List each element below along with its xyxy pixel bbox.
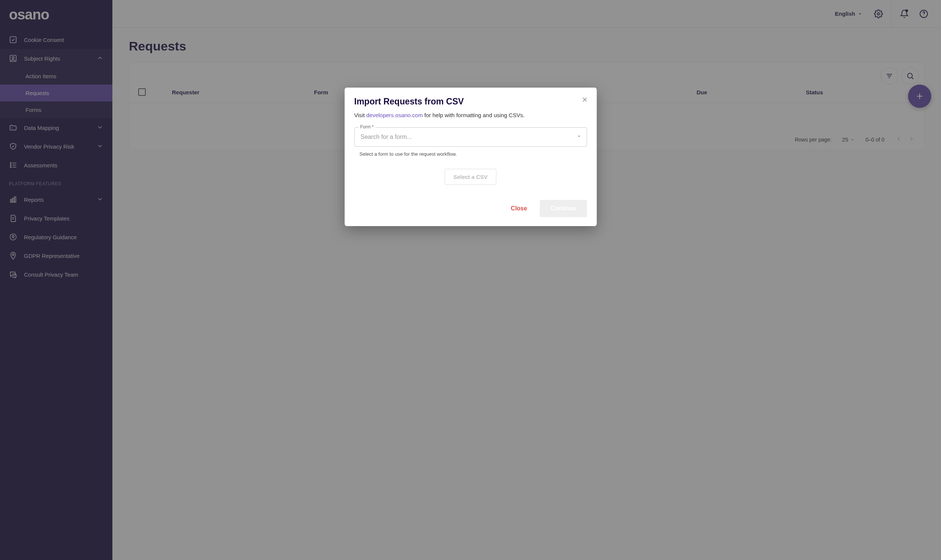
modal-title: Import Requests from CSV bbox=[354, 97, 587, 107]
help-suffix: for help with formatting and using CSVs. bbox=[423, 112, 525, 118]
modal-actions: Close Continue bbox=[354, 200, 587, 217]
select-csv-row: Select a CSV bbox=[354, 157, 587, 200]
modal-overlay[interactable]: Import Requests from CSV Visit developer… bbox=[0, 0, 941, 560]
continue-button[interactable]: Continue bbox=[540, 200, 587, 217]
form-field-hint: Select a form to use for the request wor… bbox=[354, 149, 587, 157]
close-icon bbox=[581, 96, 588, 103]
form-search-input[interactable] bbox=[354, 127, 587, 147]
close-button[interactable]: Close bbox=[503, 200, 536, 217]
modal-help-text: Visit developers.osano.com for help with… bbox=[354, 112, 587, 118]
help-prefix: Visit bbox=[354, 112, 366, 118]
import-csv-modal: Import Requests from CSV Visit developer… bbox=[345, 88, 597, 226]
select-csv-button[interactable]: Select a CSV bbox=[445, 169, 496, 185]
form-field: Form * bbox=[354, 127, 587, 147]
form-field-label: Form * bbox=[359, 124, 375, 129]
help-link[interactable]: developers.osano.com bbox=[366, 112, 423, 118]
modal-close-button[interactable] bbox=[581, 96, 588, 105]
